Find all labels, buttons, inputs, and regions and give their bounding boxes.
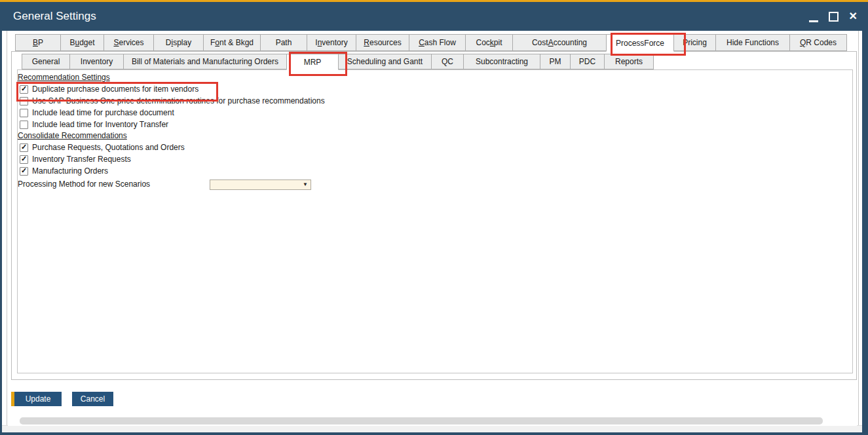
tab-label-part: Hide Functions [726,38,779,47]
tab-label: Subcontracting [476,57,528,66]
window-controls: ✕ [809,2,858,31]
tab-label-part: splay [173,38,191,47]
tab-label-part: P [38,38,43,47]
processing-method-dropdown[interactable]: ▼ [210,180,311,190]
tab-label: PDC [579,57,595,66]
tab-label-part: ervices [119,38,144,47]
checkbox-label: Include lead time for purchase document [32,108,174,117]
tab-label-part: n [318,38,322,47]
tab-label: General [32,57,60,66]
tab-scheduling-gantt[interactable]: Scheduling and Gantt [338,54,432,69]
tab-label-part: o [215,38,219,47]
tab-label-part: Path [276,38,292,47]
tab-label-part: esources [369,38,402,47]
window-border-left [0,31,2,435]
tab-resources[interactable]: Resources [356,34,409,51]
tab-cash-flow[interactable]: Cash Flow [409,34,466,51]
update-button[interactable]: Update [11,392,62,406]
tab-label-part: u [75,38,79,47]
checkbox-label: Purchase Requests, Quotations and Orders [32,143,185,152]
tab-label-part: S [113,38,119,47]
tab-label-part: Q [800,38,806,47]
tab-label-part: ventory [322,38,347,47]
tab-inventory[interactable]: Inventory [307,34,356,51]
checkbox-row-inventory-transfer-requests: ✓ Inventory Transfer Requests [20,154,131,164]
tab-label-part: B [69,38,75,47]
checkmark-icon: ✓ [21,143,27,151]
tab-label-part: pit [494,38,502,47]
tab-font-bkgd[interactable]: Font & Bkgd [203,34,261,51]
processing-method-label: Processing Method for new Scenarios [18,180,150,189]
inner-frame-left [7,31,7,425]
checkbox-label: Include lead time for Inventory Transfer [32,120,168,129]
tab-label: Reports [615,57,643,66]
tab-label: Scheduling and Gantt [347,57,423,66]
tab-general[interactable]: General [22,54,70,69]
tab-bp[interactable]: BP [15,34,61,51]
maximize-icon[interactable] [829,12,839,22]
checkmark-icon: ✓ [21,155,27,162]
title-bar: General Settings ✕ [0,2,868,31]
tab-hide-functions[interactable]: Hide Functions [715,34,790,51]
tab-label-part: C [419,38,425,47]
annotation-box-processforce [611,33,686,56]
annotation-box-duplicate-checkbox [16,82,218,102]
tab-label: QC [442,57,453,66]
tab-reports[interactable]: Reports [604,54,654,69]
consolidate-recommendations-header: Consolidate Recommendations [18,131,127,140]
inner-frame-right [858,31,859,425]
tab-pdc[interactable]: PDC [570,54,605,69]
window-border-right [862,31,868,435]
checkbox-row-purchase-requests: ✓ Purchase Requests, Quotations and Orde… [20,142,185,153]
tab-services[interactable]: Services [104,34,154,51]
checkbox-label: Manufacturing Orders [32,166,108,176]
tab-pf-inventory[interactable]: Inventory [69,54,124,69]
tab-label-part: F [210,38,215,47]
tab-qc[interactable]: QC [431,54,464,69]
tab-label: Inventory [81,57,113,66]
chevron-down-icon: ▼ [303,182,311,187]
tab-label: Bill of Materials and Manufacturing Orde… [132,57,278,66]
cancel-button[interactable]: Cancel [72,392,113,406]
recommendation-settings-header: Recommendation Settings [18,73,110,82]
tab-label-part: nt & Bkgd [219,38,254,47]
tab-label-part: D [166,38,172,47]
tab-pm[interactable]: PM [540,54,571,69]
checkbox-row-manufacturing-orders: ✓ Manufacturing Orders [20,166,108,176]
tab-display[interactable]: Display [153,34,204,51]
checkbox[interactable] [20,109,28,117]
tab-label-part: ccounting [554,38,587,47]
horizontal-scrollbar[interactable] [8,415,857,426]
checkbox[interactable] [20,121,28,129]
tab-label-part: Pricing [683,38,707,47]
scrollbar-thumb[interactable] [20,417,823,425]
checkbox[interactable]: ✓ [20,143,28,152]
checkbox[interactable]: ✓ [20,155,28,164]
tab-label-part: Coc [476,38,489,47]
window-title: General Settings [13,2,96,31]
status-strip [2,425,862,432]
tab-label-part: R [364,38,369,47]
checkbox[interactable]: ✓ [20,167,28,176]
tab-cost-accounting[interactable]: Cost Accounting [512,34,607,51]
checkbox-row-lead-time-transfer: Include lead time for Inventory Transfer [20,119,168,130]
general-settings-window: General Settings ✕ BP Budget Services Di… [0,0,868,435]
tab-label-part: Cost [532,38,548,47]
tab-cockpit[interactable]: Cockpit [465,34,513,51]
tab-bom-manufacturing-orders[interactable]: Bill of Materials and Manufacturing Orde… [123,54,287,69]
minimize-icon[interactable] [809,20,818,22]
tab-path[interactable]: Path [260,34,307,51]
checkmark-icon: ✓ [21,167,27,174]
tab-subcontracting[interactable]: Subcontracting [463,54,540,69]
checkbox-row-lead-time-purchase: Include lead time for purchase document [20,107,174,118]
tab-row-main: BP Budget Services Display Font & Bkgd P… [15,34,847,51]
tab-qr-codes[interactable]: QR Codes [789,34,847,51]
checkbox-label: Inventory Transfer Requests [32,155,131,164]
tab-label-part: R Codes [806,38,837,47]
tab-label-part: A [548,38,554,47]
close-icon[interactable]: ✕ [849,11,858,22]
tab-budget[interactable]: Budget [60,34,104,51]
tab-label: PM [550,57,561,66]
annotation-box-mrp [289,52,347,76]
tab-label-part: ash Flow [425,38,456,47]
